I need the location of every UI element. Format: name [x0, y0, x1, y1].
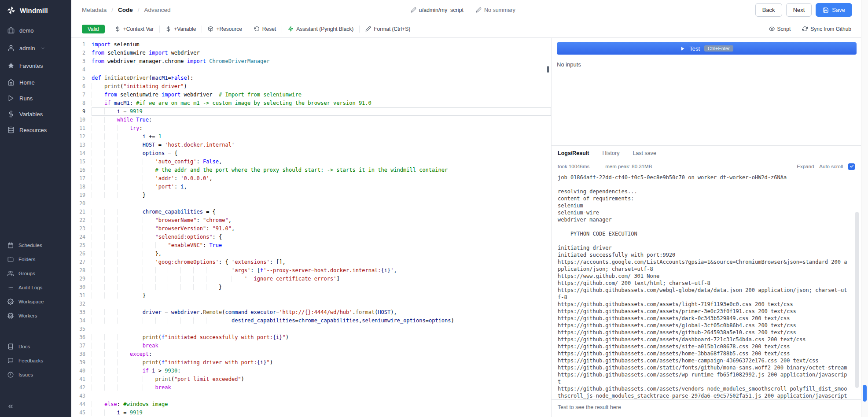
line-number[interactable]: 4 [71, 66, 92, 74]
sidebar-item-variables[interactable]: Variables [0, 106, 71, 122]
code-line[interactable]: 2from seleniumwire import webdriver [71, 49, 551, 57]
next-button[interactable]: Next [786, 3, 812, 17]
line-number[interactable]: 26 [71, 250, 92, 258]
line-number[interactable]: 18 [71, 183, 92, 191]
sync-github-button[interactable]: Sync from Github [801, 24, 852, 34]
line-number[interactable]: 45 [71, 409, 92, 417]
code-line[interactable]: 40 if i > 9930: [71, 367, 551, 375]
autoscroll-checkbox[interactable] [848, 163, 855, 170]
save-button[interactable]: Save [816, 3, 852, 17]
code-line[interactable]: 35 [71, 325, 551, 333]
line-number[interactable]: 33 [71, 308, 92, 317]
code-line[interactable]: 22 "browserName": "chrome", [71, 216, 551, 225]
code-line[interactable]: 32 [71, 300, 551, 308]
code-line[interactable]: 13 HOST = 'host.docker.internal' [71, 141, 551, 149]
line-number[interactable]: 6 [71, 82, 92, 91]
format-button[interactable]: Format (Ctrl+S) [360, 24, 415, 34]
line-number[interactable]: 1 [71, 41, 92, 49]
line-number[interactable]: 20 [71, 199, 92, 208]
code-line[interactable]: 24 "selenoid:options": { [71, 233, 551, 241]
sidebar-item-groups[interactable]: Groups [0, 266, 71, 280]
code-line[interactable]: 21 chrome_capabilities = { [71, 208, 551, 216]
sidebar-item-workspace-demo[interactable]: demo [0, 22, 71, 39]
sidebar-item-docs[interactable]: Docs [0, 340, 71, 354]
line-number[interactable]: 2 [71, 49, 92, 57]
line-number[interactable]: 37 [71, 342, 92, 350]
line-number[interactable]: 29 [71, 275, 92, 283]
code-line[interactable]: 10 while True: [71, 116, 551, 124]
code-line[interactable]: 12 i += 1 [71, 133, 551, 141]
tab-metadata[interactable]: Metadata [82, 7, 107, 13]
panel-tab-last-save[interactable]: Last save [633, 150, 656, 156]
line-number[interactable]: 42 [71, 384, 92, 392]
code-line[interactable]: 43 [71, 392, 551, 400]
code-line[interactable]: 45 i = 9919 [71, 409, 551, 417]
line-number[interactable]: 44 [71, 400, 92, 409]
code-line[interactable]: 20 [71, 199, 551, 208]
code-line[interactable]: 33 driver = webdriver.Remote(command_exe… [71, 308, 551, 317]
code-line[interactable]: 34 desired_capabilities=chrome_capabilit… [71, 317, 551, 325]
code-line[interactable]: 39 print(f"initiating driver with port:{… [71, 358, 551, 367]
add-resource-button[interactable]: +Resource [203, 24, 246, 34]
line-number[interactable]: 40 [71, 367, 92, 375]
add-context-var-button[interactable]: +Context Var [110, 24, 158, 34]
line-number[interactable]: 21 [71, 208, 92, 216]
back-button[interactable]: Back [755, 3, 782, 17]
code-line[interactable]: 36 print(f"initiated successfully with p… [71, 333, 551, 342]
code-line[interactable]: 44 else: #windows image [71, 400, 551, 409]
line-number[interactable]: 24 [71, 233, 92, 241]
test-button[interactable]: Test Ctrl+Enter [557, 42, 857, 55]
code-line[interactable]: 29 '--ignore-certificate-errors'] [71, 275, 551, 283]
sidebar-item-feedbacks[interactable]: Feedbacks [0, 354, 71, 368]
sidebar-item-resources[interactable]: Resources [0, 122, 71, 138]
sidebar-item-workers[interactable]: Workers [0, 309, 71, 323]
sidebar-item-issues[interactable]: Issues [0, 368, 71, 382]
line-number[interactable]: 23 [71, 225, 92, 233]
line-number[interactable]: 3 [71, 57, 92, 66]
code-line[interactable]: 9 i = 9919 [71, 107, 551, 116]
line-number[interactable]: 41 [71, 375, 92, 384]
code-line[interactable]: 4 [71, 66, 551, 74]
code-line[interactable]: 5def initiateDriver(macM1=False): [71, 74, 551, 82]
line-number[interactable]: 16 [71, 166, 92, 174]
code-line[interactable]: 42 break [71, 384, 551, 392]
sidebar-item-audit-logs[interactable]: Audit Logs [0, 280, 71, 295]
line-number[interactable]: 25 [71, 241, 92, 250]
add-variable-button[interactable]: +Variable [161, 24, 201, 34]
line-number[interactable]: 22 [71, 216, 92, 225]
code-editor[interactable]: 1import selenium2from seleniumwire impor… [71, 38, 552, 417]
line-number[interactable]: 8 [71, 99, 92, 107]
log-scrollbar-thumb[interactable] [855, 212, 859, 388]
code-line[interactable]: 3from webdriver_manager.chrome import Ch… [71, 57, 551, 66]
code-line[interactable]: 38 except: [71, 350, 551, 358]
sidebar-collapse-button[interactable] [0, 399, 71, 417]
line-number[interactable]: 9 [71, 107, 92, 116]
sidebar-item-user-admin[interactable]: admin [0, 39, 71, 57]
sidebar-item-home[interactable]: Home [0, 74, 71, 90]
code-line[interactable]: 23 "browserVersion": "91.0", [71, 225, 551, 233]
script-button[interactable]: Script [768, 24, 792, 34]
code-line[interactable]: 7 from seleniumwire import webdriver # I… [71, 91, 551, 99]
line-number[interactable]: 12 [71, 133, 92, 141]
line-number[interactable]: 39 [71, 358, 92, 367]
line-number[interactable]: 32 [71, 300, 92, 308]
code-line[interactable]: 17 'addr': '0.0.0.0', [71, 174, 551, 183]
line-number[interactable]: 31 [71, 292, 92, 300]
line-number[interactable]: 28 [71, 266, 92, 275]
page-scrollbar[interactable] [861, 0, 868, 417]
panel-tab-logs-result[interactable]: Logs/Result [558, 150, 589, 156]
code-line[interactable]: 31 } [71, 292, 551, 300]
code-line[interactable]: 28 'args': [f'--proxy-server=host.docker… [71, 266, 551, 275]
code-line[interactable]: 19 } [71, 191, 551, 199]
log-output[interactable]: job 01864aff-22dd-cf40-f0c5-0ec8e9b50c70… [552, 172, 861, 399]
line-number[interactable]: 19 [71, 191, 92, 199]
code-line[interactable]: 25 "enableVNC": True [71, 241, 551, 250]
line-number[interactable]: 5 [71, 74, 92, 82]
sidebar-item-favorites[interactable]: Favorites [0, 57, 71, 74]
windmill-logo[interactable]: Windmill [0, 0, 71, 19]
code-line[interactable]: 30 } [71, 283, 551, 292]
code-line[interactable]: 37 break [71, 342, 551, 350]
line-number[interactable]: 38 [71, 350, 92, 358]
line-number[interactable]: 30 [71, 283, 92, 292]
line-number[interactable]: 15 [71, 158, 92, 166]
